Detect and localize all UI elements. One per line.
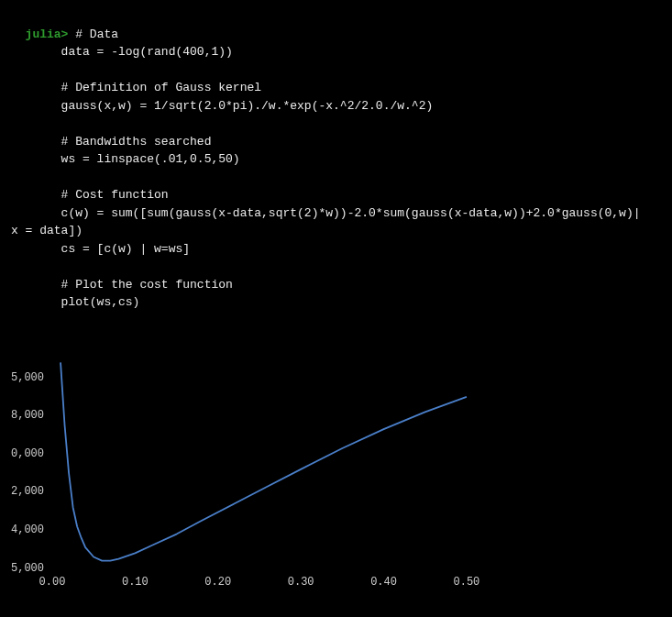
julia-prompt: julia> (26, 28, 69, 41)
code-line-12: cs = [c(w) | w=ws] (61, 242, 190, 256)
y-tick-label: 8,000 (11, 407, 44, 424)
code-line-1: data = -log(rand(400,1)) (61, 45, 233, 59)
code-line-15: plot(ws,cs) (61, 295, 140, 309)
code-line-14: # Plot the cost function (61, 278, 233, 292)
y-axis-ticks: 5,0004,0002,0000,0008,0005,000 (11, 330, 48, 568)
y-tick-label: 2,000 (11, 483, 44, 500)
x-axis-ticks: 0.000.100.200.300.400.50 (52, 570, 483, 589)
x-tick-label: 0.10 (122, 574, 149, 590)
x-tick-label: 0.30 (288, 574, 314, 590)
x-tick-label: 0.20 (204, 574, 231, 590)
code-line-0: # Data (75, 28, 118, 41)
y-tick-label: 5,000 (11, 369, 44, 386)
code-line-9: # Cost function (61, 188, 169, 202)
code-line-11: x = data]) (11, 224, 83, 237)
plot-box (52, 330, 483, 568)
code-line-7: ws = linspace(.01,0.5,50) (61, 152, 240, 166)
code-line-3: # Definition of Gauss kernel (61, 81, 261, 94)
repl-block: julia> # Data data = -log(rand(400,1)) #… (11, 7, 661, 312)
chart-area: 5,0004,0002,0000,0008,0005,000 0.000.100… (11, 330, 488, 596)
code-line-6: # Bandwidths searched (61, 135, 212, 149)
x-tick-label: 0.50 (454, 574, 480, 590)
line-series (61, 362, 467, 560)
y-tick-label: 0,000 (11, 446, 44, 462)
code-line-10: c(w) = sum([sum(gauss(x-data,sqrt(2)*w))… (61, 206, 641, 220)
y-tick-label: 4,000 (11, 522, 44, 538)
x-tick-label: 0.00 (39, 574, 66, 590)
code-line-4: gauss(x,w) = 1/sqrt(2.0*pi)./w.*exp(-x.^… (61, 99, 434, 113)
plot-svg (52, 330, 483, 568)
x-tick-label: 0.40 (370, 574, 397, 590)
